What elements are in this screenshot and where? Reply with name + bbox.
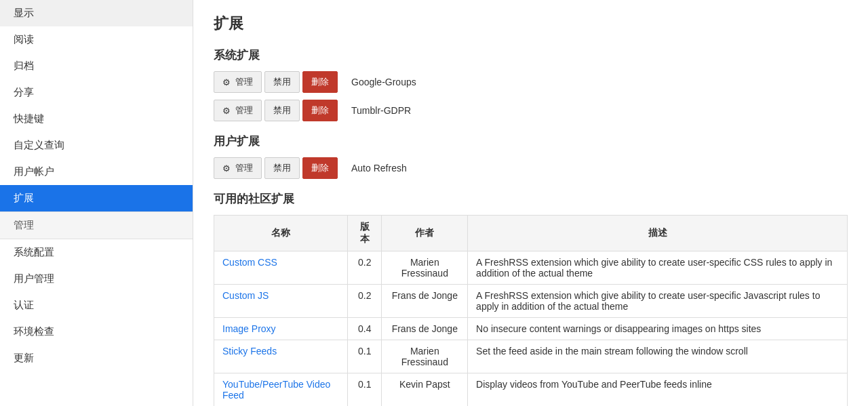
community-ext-version-2: 0.4: [348, 318, 382, 340]
community-ext-version-0: 0.2: [348, 251, 382, 285]
table-row: Image Proxy0.4Frans de JongeNo insecure …: [214, 318, 848, 340]
delete-button-user-1[interactable]: 删除: [302, 157, 338, 179]
community-ext-name-0[interactable]: Custom CSS: [214, 251, 348, 285]
user-extension-name-1: Auto Refresh: [351, 163, 407, 174]
gear-icon: [222, 77, 233, 87]
community-ext-version-1: 0.2: [348, 285, 382, 318]
sidebar-item-share[interactable]: 分享: [0, 79, 193, 106]
community-table: 名称 版本 作者 描述 Custom CSS0.2Marien Fressina…: [214, 215, 848, 406]
system-ext-2-buttons: 管理 禁用 删除: [214, 100, 338, 121]
delete-button-sys-2[interactable]: 删除: [302, 100, 338, 121]
sidebar-item-shortcuts[interactable]: 快捷键: [0, 106, 193, 132]
disable-button-sys-1[interactable]: 禁用: [264, 71, 300, 93]
community-ext-desc-1: A FreshRSS extension which give ability …: [468, 285, 848, 318]
community-ext-name-1[interactable]: Custom JS: [214, 285, 348, 318]
sidebar-item-user-account[interactable]: 用户帐户: [0, 159, 193, 185]
community-extensions-title: 可用的社区扩展: [214, 191, 848, 207]
col-header-version: 版本: [348, 216, 382, 251]
sidebar-item-user-management[interactable]: 用户管理: [0, 266, 193, 292]
manage-button-user-1[interactable]: 管理: [214, 157, 262, 179]
community-ext-name-4[interactable]: YouTube/PeerTube Video Feed: [214, 373, 348, 407]
disable-button-user-1[interactable]: 禁用: [264, 157, 300, 179]
community-ext-author-4: Kevin Papst: [382, 373, 468, 407]
community-ext-name-2[interactable]: Image Proxy: [214, 318, 348, 340]
table-row: Custom CSS0.2Marien FressinaudA FreshRSS…: [214, 251, 848, 285]
user-ext-1-buttons: 管理 禁用 删除: [214, 157, 338, 179]
sidebar-item-env-check[interactable]: 环境检查: [0, 319, 193, 345]
table-row: Custom JS0.2Frans de JongeA FreshRSS ext…: [214, 285, 848, 318]
system-extension-row-2: 管理 禁用 删除 Tumblr-GDPR: [214, 100, 848, 121]
community-ext-desc-3: Set the feed aside in the main stream fo…: [468, 340, 848, 373]
table-row: YouTube/PeerTube Video Feed0.1Kevin Paps…: [214, 373, 848, 407]
manage-button-sys-2[interactable]: 管理: [214, 100, 262, 121]
sidebar-item-update[interactable]: 更新: [0, 345, 193, 371]
manage-button-sys-1[interactable]: 管理: [214, 71, 262, 93]
sidebar-item-archive[interactable]: 归档: [0, 53, 193, 79]
col-header-name: 名称: [214, 216, 348, 251]
col-header-description: 描述: [468, 216, 848, 251]
table-row: Sticky Feeds0.1Marien FressinaudSet the …: [214, 340, 848, 373]
sidebar-item-reading[interactable]: 阅读: [0, 26, 193, 53]
sidebar-item-system-config[interactable]: 系统配置: [0, 239, 193, 266]
sidebar: 显示阅读归档分享快捷键自定义查询用户帐户扩展管理系统配置用户管理认证环境检查更新: [0, 0, 193, 406]
main-content: 扩展 系统扩展 管理 禁用 删除 Google-Groups 管理 禁用: [193, 0, 868, 406]
community-ext-version-3: 0.1: [348, 340, 382, 373]
sidebar-item-auth[interactable]: 认证: [0, 292, 193, 319]
delete-button-sys-1[interactable]: 删除: [302, 71, 338, 93]
community-ext-desc-2: No insecure content warnings or disappea…: [468, 318, 848, 340]
disable-button-sys-2[interactable]: 禁用: [264, 100, 300, 121]
community-ext-author-1: Frans de Jonge: [382, 285, 468, 318]
system-extension-name-1: Google-Groups: [351, 77, 416, 87]
community-ext-desc-4: Display videos from YouTube and PeerTube…: [468, 373, 848, 407]
gear-icon-2: [222, 106, 233, 116]
sidebar-item-display[interactable]: 显示: [0, 0, 193, 26]
page-title: 扩展: [214, 14, 848, 34]
system-extension-name-2: Tumblr-GDPR: [351, 105, 411, 116]
community-ext-desc-0: A FreshRSS extension which give ability …: [468, 251, 848, 285]
sidebar-section-admin-section: 管理: [0, 211, 193, 239]
system-extensions-title: 系统扩展: [214, 47, 848, 63]
community-ext-version-4: 0.1: [348, 373, 382, 407]
system-extension-row-1: 管理 禁用 删除 Google-Groups: [214, 71, 848, 93]
community-ext-author-0: Marien Fressinaud: [382, 251, 468, 285]
sidebar-item-custom-query[interactable]: 自定义查询: [0, 132, 193, 159]
community-ext-author-3: Marien Fressinaud: [382, 340, 468, 373]
community-ext-name-3[interactable]: Sticky Feeds: [214, 340, 348, 373]
user-extensions-title: 用户扩展: [214, 134, 848, 149]
community-ext-author-2: Frans de Jonge: [382, 318, 468, 340]
user-extension-row-1: 管理 禁用 删除 Auto Refresh: [214, 157, 848, 179]
system-ext-1-buttons: 管理 禁用 删除: [214, 71, 338, 93]
sidebar-item-extensions[interactable]: 扩展: [0, 185, 193, 211]
col-header-author: 作者: [382, 216, 468, 251]
gear-icon-user-1: [222, 163, 233, 174]
